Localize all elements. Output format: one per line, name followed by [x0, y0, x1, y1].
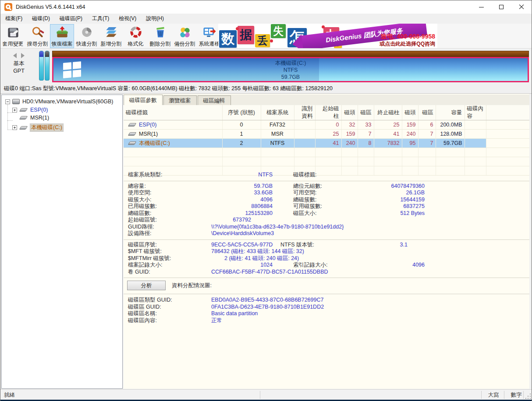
detail-value: EBD0A0A2-B9E5-4433-87C0-68B6B72699C7 [211, 297, 323, 304]
detail-panel: 磁碟區參數 瀏覽檔案 磁區編輯 磁碟標籤 序號 (狀態) 檔案系統 識別資料 起… [124, 94, 529, 389]
col-header[interactable]: 檔案系統 [261, 105, 294, 120]
tree-node-hd0[interactable]: HD0:VMware,VMwareVirtualS(60GB) [5, 98, 113, 105]
menu-file[interactable]: 檔案(F) [0, 14, 27, 24]
ad-tile: 失 [271, 24, 286, 38]
ad-dot [322, 25, 325, 28]
maximize-button[interactable] [491, 0, 511, 14]
menu-disk[interactable]: 磁碟(D) [27, 14, 55, 24]
toolbar-label: 恢復檔案 [52, 40, 73, 48]
apply-changes-disk-icon [6, 26, 20, 39]
ad-banner[interactable]: 数 据 丢 失 怎 么 办 ! DiskGenius 团队为您服务 致电: 40… [218, 24, 437, 48]
detail-value: 8806884 [211, 203, 273, 210]
ad-dot [236, 27, 239, 30]
col-header[interactable]: 磁頭 [402, 105, 418, 120]
apply-changes-button[interactable]: 套用變更 [1, 24, 25, 48]
cell-label: ESP(0) [139, 122, 156, 128]
quick-partition-disc-icon [80, 26, 94, 39]
detail-label: 檔案記錄大小: [128, 262, 211, 269]
detail-value: Basic data partition [211, 310, 258, 317]
partition-table: 磁碟標籤 序號 (狀態) 檔案系統 識別資料 起始磁柱 磁頭 磁區 終止磁柱 磁… [124, 105, 529, 176]
menu-help[interactable]: 說明(H) [141, 14, 169, 24]
ad-dot [270, 39, 273, 42]
col-header[interactable]: 磁區 [418, 105, 436, 120]
col-header[interactable]: 終止磁柱 [374, 105, 402, 120]
next-disk-arrow-icon[interactable] [21, 53, 25, 58]
col-header[interactable]: 序號 (狀態) [222, 105, 261, 120]
disk-label-value [363, 172, 425, 179]
new-partition-button[interactable]: 新增分割 [99, 24, 123, 48]
allocation-map-label: 資料分配情況圖: [172, 282, 212, 289]
delete-partition-button[interactable]: 刪除分割 [148, 24, 172, 48]
detail-value: 512 Bytes [363, 210, 425, 217]
col-header[interactable]: 起始磁柱 [315, 105, 341, 120]
disk-map: 基本 GPT 本機磁碟(C:) NTFS 59.7GB [0, 49, 532, 84]
window-title: DiskGenius V5.4.6.1441 x64 [16, 4, 85, 10]
c-partition-bar[interactable]: 本機磁碟(C:) NTFS 59.7GB [52, 57, 529, 82]
minimize-button[interactable] [471, 0, 491, 14]
detail-label: 可用磁簇數: [293, 203, 363, 210]
detail-label: 總容量: [128, 183, 211, 190]
table-row-c-drive-selected[interactable]: 本機磁碟(C:) 2 NTFS 41 240 8 7832 95 7 59.7G… [124, 139, 529, 148]
menu-view[interactable]: 檢視(V) [114, 14, 141, 24]
prev-disk-arrow-icon[interactable] [13, 53, 17, 58]
ad-tile: 丢 [255, 34, 270, 47]
tab-partition-params[interactable]: 磁碟區參數 [124, 95, 163, 105]
detail-label: 設備路徑: [128, 230, 211, 237]
analyze-button[interactable]: 分析 [127, 281, 166, 290]
detail-value: 1024 [211, 262, 273, 269]
menu-tools[interactable]: 工具(T) [87, 14, 114, 24]
detail-value: CCF66BAC-F5BF-477D-BC57-C1A01155DBBD [211, 269, 328, 276]
fs-type-value: NTFS [211, 172, 273, 179]
disk-scheme-gpt: GPT [0, 67, 37, 75]
table-row-msr[interactable]: MSR(1) 1 MSR 25 159 7 41 240 7 128.0MB [124, 130, 529, 139]
detail-value: 15644159 [363, 197, 425, 204]
partition-name: 本機磁碟(C:) [53, 60, 528, 67]
app-logo-icon [4, 3, 12, 11]
detail-label: 可用空間: [293, 190, 363, 197]
detail-value: 786432 (磁柱: 433 磁頭: 144 磁區: 32) [211, 248, 304, 255]
collapse-icon[interactable] [5, 99, 10, 104]
msr-partition-bar[interactable] [45, 51, 50, 81]
resize-grip[interactable] [525, 393, 531, 399]
toolbar-label: 搜尋分割 [27, 40, 48, 48]
disk-map-nav: 基本 GPT [0, 49, 37, 75]
close-button[interactable] [511, 0, 532, 14]
toolbar-label: 快速分割 [76, 40, 97, 48]
esp-partition-bar[interactable] [39, 51, 44, 81]
recover-files-button[interactable]: 恢復檔案 [50, 24, 74, 48]
tree-node-esp[interactable]: ESP(0) [12, 107, 48, 113]
backup-partition-button[interactable]: 備份分割 [173, 24, 197, 48]
detail-label: 總磁區數: [128, 210, 211, 217]
detail-value: 26.1GB [363, 190, 425, 197]
col-header[interactable]: 磁頭 [341, 105, 358, 120]
detail-label: $MFT 磁簇號: [128, 248, 211, 255]
partition-icon [128, 141, 137, 145]
tab-sector-edit[interactable]: 磁區編輯 [198, 95, 231, 105]
search-partition-button[interactable]: 搜尋分割 [25, 24, 50, 48]
menu-partition[interactable]: 磁碟區(P) [55, 14, 87, 24]
table-empty-row [124, 157, 529, 166]
detail-value: 33.6GB [211, 190, 273, 197]
expand-icon[interactable] [12, 108, 17, 113]
col-header[interactable]: 磁區 [358, 105, 374, 120]
col-header[interactable]: 磁碟標籤 [124, 105, 222, 120]
status-caps-lock: 大寫 [482, 391, 505, 399]
quick-partition-button[interactable]: 快速分割 [74, 24, 99, 48]
col-header[interactable]: 磁碟內容 [465, 105, 486, 120]
ad-qq-link[interactable]: 或点击此处选择QQ咨询 [379, 40, 435, 48]
detail-value: 0FA1C3BA-D623-4E7B-9180-8710B1E91DD2 [211, 304, 324, 311]
partition-icon [19, 116, 28, 120]
col-header[interactable]: 識別資料 [294, 105, 315, 120]
tree-node-c-drive[interactable]: 本機磁碟(C:) [12, 124, 63, 131]
tree-node-msr[interactable]: MSR(1) [12, 115, 49, 121]
format-button[interactable]: 格式化 [124, 24, 148, 48]
tab-browse-files[interactable]: 瀏覽檔案 [163, 95, 197, 105]
col-header[interactable]: 容量 [436, 105, 465, 120]
status-num-lock: 數字 [505, 391, 528, 399]
tree-node-label: ESP(0) [30, 107, 48, 113]
title-bar: DiskGenius V5.4.6.1441 x64 [0, 0, 532, 14]
table-row-esp[interactable]: ESP(0) 0 FAT32 0 32 33 25 159 6 200.0MB [124, 120, 529, 130]
expand-icon[interactable] [12, 125, 17, 130]
detail-value: 673792 [211, 217, 273, 224]
system-migration-button[interactable]: 系統遷移 [197, 24, 221, 48]
